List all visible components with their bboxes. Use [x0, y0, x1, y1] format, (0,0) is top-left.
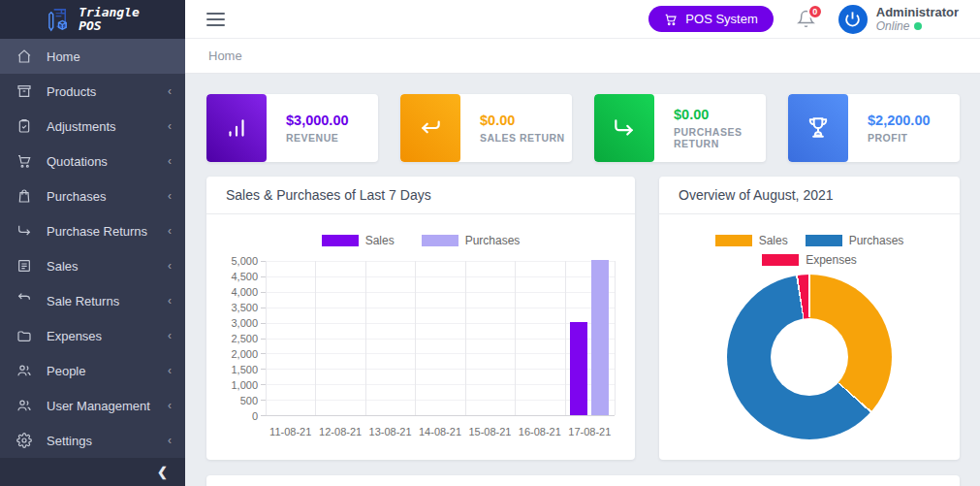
main-area: POS System 0 Administrator Online	[185, 0, 980, 486]
avatar	[838, 5, 868, 34]
chevron-left-icon: ‹	[168, 190, 172, 202]
corner-left-arrow-icon	[16, 293, 32, 308]
sidebar-item-adjustments[interactable]: Adjustments ‹	[0, 109, 185, 144]
legend-item-sales[interactable]: Sales	[715, 234, 788, 247]
x-axis-tick-label: 14-08-21	[419, 426, 461, 437]
stat-value: $0.00	[480, 113, 565, 128]
legend-item-sales[interactable]: Sales	[322, 234, 395, 247]
chevron-left-icon: ‹	[168, 225, 172, 237]
sidebar-item-sale-returns[interactable]: Sale Returns ‹	[0, 283, 185, 318]
chevron-left-icon: ‹	[168, 120, 172, 132]
chevron-left-icon: ‹	[168, 260, 172, 272]
donut-chart: SalesPurchasesExpenses	[674, 234, 945, 439]
chevron-left-icon: ‹	[168, 85, 172, 97]
donut-hole	[771, 318, 848, 396]
sidebar-item-user-management[interactable]: User Management ‹	[0, 388, 185, 423]
sidebar-item-purchases[interactable]: Purchases ‹	[0, 178, 185, 213]
clipboard-check-icon	[16, 118, 32, 134]
legend-item-purchases[interactable]: Purchases	[422, 234, 521, 247]
corner-down-right-arrow-icon	[594, 94, 654, 162]
breadcrumb-bar: Home	[185, 39, 980, 74]
online-status-dot	[914, 22, 922, 30]
x-axis-tick-label: 13-08-21	[369, 426, 412, 437]
y-axis-tick-label: 2,000	[231, 348, 258, 360]
legend-item-expenses[interactable]: Expenses	[762, 253, 857, 267]
chart-legend: SalesPurchasesExpenses	[696, 234, 924, 267]
shopping-bag-icon	[16, 188, 32, 204]
power-icon	[844, 11, 861, 27]
stat-label: PROFIT	[868, 132, 931, 144]
card-body: SalesPurchasesExpenses	[659, 214, 960, 453]
chart-title: Sales & Purchases of Last 7 Days	[226, 187, 616, 203]
logo-text: Triangle POS	[79, 6, 140, 34]
legend-label: Expenses	[806, 253, 857, 267]
sidebar-item-expenses[interactable]: Expenses ‹	[0, 318, 185, 353]
sidebar-item-label: Purchase Returns	[47, 224, 147, 239]
legend-swatch	[715, 235, 752, 246]
user-text: Administrator Online	[876, 5, 959, 34]
x-axis-tick-label: 16-08-21	[519, 426, 561, 437]
sidebar-item-label: Home	[47, 49, 80, 64]
users-icon	[16, 363, 32, 378]
y-axis-tick-label: 4,500	[231, 271, 258, 282]
chevron-left-icon: ‹	[168, 365, 172, 376]
legend-label: Sales	[365, 234, 395, 247]
stat-card-revenue: $3,000.00 REVENUE	[206, 94, 378, 162]
notifications-button[interactable]: 0	[797, 10, 815, 28]
folder-icon	[16, 328, 32, 343]
card-header: Overview of August, 2021	[659, 177, 960, 214]
topbar: POS System 0 Administrator Online	[185, 0, 980, 39]
user-menu[interactable]: Administrator Online	[838, 5, 959, 34]
x-axis-tick-label: 15-08-21	[468, 426, 511, 437]
breadcrumb-home[interactable]: Home	[208, 49, 242, 63]
sidebar-collapse-bar[interactable]: ❮	[0, 458, 185, 486]
stat-card-purchases-return: $0.00 PURCHASES RETURN	[594, 94, 766, 162]
shopping-cart-icon	[16, 153, 32, 169]
bar-sales-17-08-21	[570, 322, 587, 415]
legend-swatch	[762, 254, 799, 266]
legend-item-purchases[interactable]: Purchases	[806, 234, 904, 247]
app-logo[interactable]: Triangle POS	[0, 0, 185, 39]
legend-swatch	[806, 235, 842, 246]
topbar-right: POS System 0 Administrator Online	[648, 5, 959, 34]
sidebar-item-label: Quotations	[47, 154, 108, 169]
stat-label: PURCHASES RETURN	[674, 126, 766, 149]
sidebar-item-people[interactable]: People ‹	[0, 353, 185, 388]
logo-receipt-cube-icon	[46, 7, 72, 33]
chevron-left-icon: ‹	[168, 155, 172, 167]
ledger-icon	[16, 258, 32, 274]
stat-value: $0.00	[674, 107, 766, 122]
sidebar-item-sales[interactable]: Sales ‹	[0, 248, 185, 283]
sidebar-item-label: Settings	[47, 434, 92, 448]
sidebar-item-purchase-returns[interactable]: Purchase Returns ‹	[0, 213, 185, 248]
overview-donut-card: Overview of August, 2021 SalesPurchasesE…	[659, 177, 960, 460]
stat-card-text: $0.00 SALES RETURN	[460, 113, 565, 144]
sidebar-item-products[interactable]: Products ‹	[0, 74, 185, 109]
sidebar-menu: Home Products ‹ Adjustments ‹ Quotations…	[0, 39, 185, 458]
user-name: Administrator	[876, 5, 959, 20]
collapse-sidebar-icon: ❮	[157, 465, 168, 479]
menu-toggle-button[interactable]	[206, 13, 225, 26]
bar-plot: 5,0004,5004,0003,5003,0002,5002,0001,500…	[221, 261, 620, 416]
return-left-arrow-icon	[400, 94, 460, 162]
box-icon	[16, 83, 32, 99]
sidebar-item-label: Sale Returns	[47, 294, 119, 308]
legend-swatch	[422, 235, 458, 246]
card-body: SalesPurchases5,0004,5004,0003,5003,0002…	[206, 214, 635, 430]
gear-icon	[16, 433, 32, 448]
home-icon	[16, 49, 32, 64]
sidebar-item-home[interactable]: Home	[0, 39, 185, 74]
sidebar-item-settings[interactable]: Settings ‹	[0, 423, 185, 458]
stat-value: $2,200.00	[868, 113, 931, 128]
stat-cards-row: $3,000.00 REVENUE $0.00 SALES RETURN	[206, 94, 960, 162]
y-axis-tick-label: 2,500	[231, 333, 258, 344]
trophy-icon	[788, 94, 848, 162]
pos-system-button[interactable]: POS System	[648, 6, 773, 32]
sidebar-item-label: People	[47, 364, 85, 378]
sidebar-item-label: Products	[47, 84, 96, 99]
y-axis-tick-label: 1,500	[231, 364, 258, 375]
y-axis-tick-label: 4,000	[231, 286, 258, 298]
legend-label: Purchases	[465, 234, 521, 247]
stat-card-text: $0.00 PURCHASES RETURN	[654, 107, 766, 149]
sidebar-item-quotations[interactable]: Quotations ‹	[0, 144, 185, 178]
